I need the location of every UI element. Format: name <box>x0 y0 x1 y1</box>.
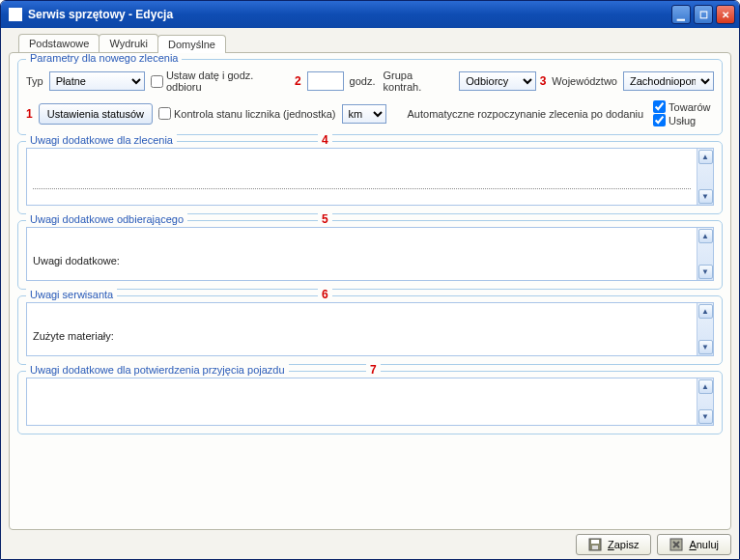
notes1-scrollbar[interactable]: ▲ ▼ <box>697 149 713 205</box>
notes2-content[interactable]: Uwagi dodatkowe: Do wykonanej usługi nie… <box>27 228 697 280</box>
params-legend: Parametry dla nowego zlecenia <box>26 52 182 64</box>
mark-2: 2 <box>295 74 301 88</box>
params-row-2: 1 Ustawienia statusów Kontrola stanu lic… <box>26 100 714 126</box>
scroll-up-icon[interactable]: ▲ <box>698 304 713 319</box>
ustaw-date-checkbox[interactable]: Ustaw datę i godz. odbioru <box>151 70 291 93</box>
notes4-legend: Uwagi dodatkowe dla potwierdzenia przyję… <box>26 364 289 376</box>
woj-select[interactable]: Zachodniopomor: <box>623 71 714 91</box>
notes4-scrollbar[interactable]: ▲ ▼ <box>697 378 713 425</box>
scroll-up-icon[interactable]: ▲ <box>698 379 713 394</box>
scroll-down-icon[interactable]: ▼ <box>698 265 713 279</box>
grupa-label: Grupa kontrah. <box>384 70 454 93</box>
ustawienia-statusow-button[interactable]: Ustawienia statusów <box>39 103 153 125</box>
save-button[interactable]: Zapisz <box>576 534 651 555</box>
auto-label: Automatyczne rozpoczynanie zlecenia po d… <box>408 108 644 120</box>
footer: Zapisz Anuluj <box>9 530 731 555</box>
window: Serwis sprzętowy - Edycja ▁ ☐ ✕ Podstawo… <box>0 0 740 560</box>
notes1-legend: Uwagi dodatkowe dla zlecenia <box>26 134 177 146</box>
window-title: Serwis sprzętowy - Edycja <box>28 8 671 21</box>
scroll-down-icon[interactable]: ▼ <box>698 409 713 424</box>
km-select[interactable]: km <box>342 104 386 124</box>
maximize-button[interactable]: ☐ <box>694 5 713 24</box>
uslug-label: Usług <box>669 115 696 126</box>
mark-1: 1 <box>26 107 33 121</box>
params-fieldset: Parametry dla nowego zlecenia Typ Płatne… <box>17 59 723 135</box>
app-icon <box>9 8 22 21</box>
notes2-scrollbar[interactable]: ▲ ▼ <box>697 228 713 280</box>
scroll-up-icon[interactable]: ▲ <box>698 150 713 164</box>
woj-label: Województwo <box>552 75 617 87</box>
mark-5: 5 <box>318 212 332 226</box>
cancel-label: Anuluj <box>689 539 719 550</box>
typ-label: Typ <box>26 75 43 87</box>
kontrola-checkbox[interactable]: Kontrola stanu licznika (jednostka) <box>158 107 336 120</box>
typ-select[interactable]: Płatne <box>49 71 145 91</box>
mark-7: 7 <box>366 363 381 377</box>
notes2-textarea[interactable]: Uwagi dodatkowe: Do wykonanej usługi nie… <box>26 227 714 281</box>
minimize-button[interactable]: ▁ <box>671 5 691 24</box>
mark-4: 4 <box>318 133 332 147</box>
ustaw-date-label: Ustaw datę i godz. odbioru <box>166 70 291 93</box>
tab-domyslne[interactable]: Domyślne <box>157 35 226 53</box>
ustaw-date-input[interactable] <box>151 75 163 88</box>
towarow-label: Towarów <box>669 101 710 113</box>
notes3-scrollbar[interactable]: ▲ ▼ <box>697 303 713 355</box>
titlebar: Serwis sprzętowy - Edycja ▁ ☐ ✕ <box>1 1 739 28</box>
notes1-fieldset: Uwagi dodatkowe dla zlecenia 4 ▲ ▼ <box>17 141 723 214</box>
tab-podstawowe[interactable]: Podstawowe <box>18 34 100 52</box>
notes4-textarea[interactable]: ▲ ▼ <box>26 378 714 426</box>
mark-6: 6 <box>318 288 332 301</box>
scroll-up-icon[interactable]: ▲ <box>698 229 713 243</box>
mark-3: 3 <box>540 74 547 88</box>
notes2-legend: Uwagi dodatkowe odbierającego <box>26 213 187 225</box>
uslug-input[interactable] <box>653 114 666 126</box>
notes3-textarea[interactable]: Zużyte materiały: ▲ ▼ <box>26 302 714 356</box>
scroll-down-icon[interactable]: ▼ <box>698 189 713 204</box>
svg-rect-1 <box>591 540 599 544</box>
window-buttons: ▁ ☐ ✕ <box>671 5 735 24</box>
grupa-select[interactable]: Odbiorcy <box>459 71 535 91</box>
notes2-fieldset: Uwagi dodatkowe odbierającego 5 Uwagi do… <box>17 220 723 290</box>
cancel-button[interactable]: Anuluj <box>657 534 731 555</box>
svg-rect-2 <box>592 546 598 549</box>
params-row-1: Typ Płatne Ustaw datę i godz. odbioru 2 … <box>26 70 714 93</box>
tabs: Podstawowe Wydruki Domyślne <box>18 34 731 52</box>
body: Podstawowe Wydruki Domyślne Parametry dl… <box>1 28 739 559</box>
notes1-textarea[interactable]: ▲ ▼ <box>26 148 714 206</box>
tab-wydruki[interactable]: Wydruki <box>99 34 158 52</box>
notes3-content[interactable]: Zużyte materiały: <box>27 303 697 355</box>
cancel-icon <box>669 538 683 551</box>
notes4-fieldset: Uwagi dodatkowe dla potwierdzenia przyję… <box>17 371 723 434</box>
save-label: Zapisz <box>608 539 639 550</box>
towarow-input[interactable] <box>653 100 666 113</box>
close-button[interactable]: ✕ <box>716 5 735 24</box>
scroll-down-icon[interactable]: ▼ <box>698 340 713 354</box>
godz-label: godz. <box>350 75 376 87</box>
kontrola-input[interactable] <box>158 107 171 120</box>
tab-panel: Parametry dla nowego zlecenia Typ Płatne… <box>9 52 731 530</box>
uslug-checkbox[interactable]: Usług <box>653 114 710 126</box>
auto-checkbox-group: Towarów Usług <box>653 100 710 126</box>
save-icon <box>588 538 602 551</box>
towarow-checkbox[interactable]: Towarów <box>653 100 710 113</box>
kontrola-label: Kontrola stanu licznika (jednostka) <box>174 108 336 120</box>
notes3-fieldset: Uwagi serwisanta 6 Zużyte materiały: ▲ ▼ <box>17 295 723 365</box>
notes4-content[interactable] <box>27 378 697 425</box>
notes1-content[interactable] <box>27 149 697 205</box>
godz-input[interactable] <box>307 71 344 91</box>
notes3-legend: Uwagi serwisanta <box>26 289 117 300</box>
